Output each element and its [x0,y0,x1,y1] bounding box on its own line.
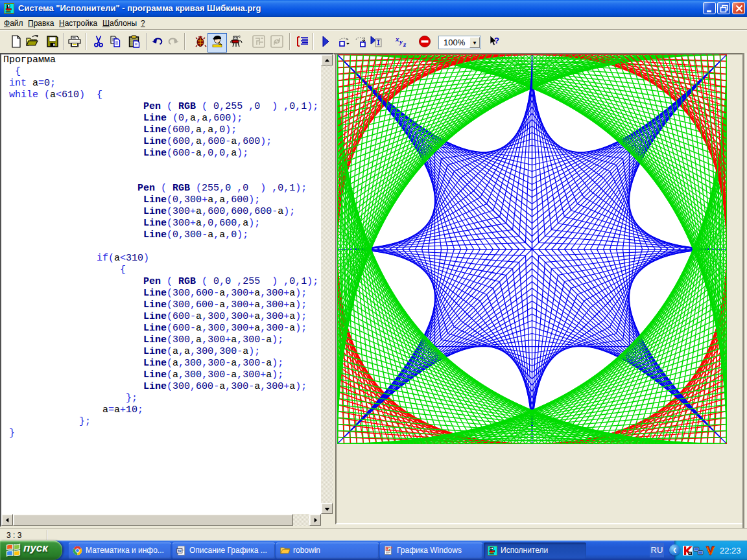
svg-text:z: z [403,40,407,48]
svg-text:y: y [398,38,403,45]
svg-text:?: ? [494,36,499,45]
svg-text:W: W [178,548,182,553]
